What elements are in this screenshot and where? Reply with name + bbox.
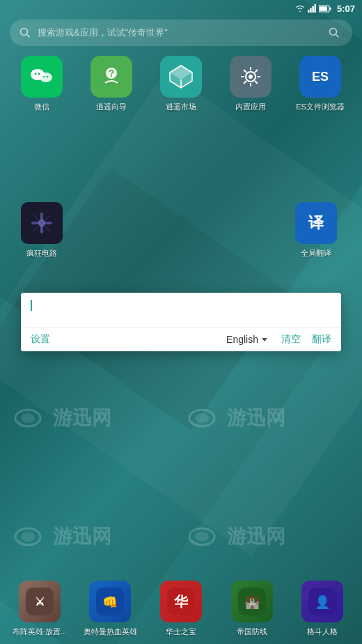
translate-button[interactable]: 翻译 (312, 333, 331, 346)
translate-icon-app: 译 (295, 202, 337, 244)
app-game3[interactable]: 华 华士之宝 (153, 581, 209, 637)
svg-point-21 (35, 73, 37, 75)
search-button[interactable] (324, 23, 344, 43)
svg-point-23 (43, 76, 45, 78)
app-translate[interactable]: 译 全局翻译 (288, 202, 344, 259)
svg-point-17 (330, 29, 337, 36)
app-guide[interactable]: ? 逍遥向导 (84, 56, 139, 112)
svg-line-37 (255, 81, 258, 84)
app-wechat[interactable]: 微信 (14, 56, 70, 112)
wechat-label: 微信 (34, 102, 49, 112)
app-game1[interactable]: ⚔ 布阵英雄·放置... (12, 581, 68, 637)
guide-icon: ? (90, 56, 132, 98)
translate-popup: 设置 English 清空 翻译 (21, 293, 341, 351)
svg-rect-13 (320, 6, 327, 11)
svg-text:🏰: 🏰 (244, 595, 260, 610)
search-icon (18, 26, 32, 40)
signal-icon (308, 4, 316, 13)
status-time: 5:07 (337, 3, 355, 14)
mid-app-row: 疯狂电路 译 全局翻译 (0, 202, 362, 259)
svg-line-18 (336, 35, 339, 38)
language-selector[interactable]: English (226, 334, 267, 345)
translate-toolbar: 设置 English 清空 翻译 (21, 328, 341, 351)
wifi-icon (295, 4, 305, 13)
app-game4[interactable]: 🏰 帝国防线 (224, 581, 280, 637)
svg-rect-10 (312, 6, 314, 13)
builtin-icon (230, 56, 272, 98)
cursor (31, 300, 32, 311)
app-game2[interactable]: 👊 奥特曼热血英雄 (82, 581, 138, 637)
svg-point-1 (21, 413, 35, 423)
svg-point-22 (38, 73, 40, 75)
game4-icon: 🏰 (231, 581, 273, 622)
watermark-2: 游迅网 (188, 404, 285, 432)
svg-line-36 (244, 70, 246, 72)
svg-point-24 (47, 76, 49, 78)
svg-rect-14 (329, 7, 331, 10)
guide-label: 逍遥向导 (96, 102, 127, 112)
svg-text:👤: 👤 (315, 595, 331, 610)
svg-text:译: 译 (308, 214, 324, 231)
svg-point-7 (195, 532, 209, 542)
game4-label: 帝国防线 (237, 627, 267, 637)
svg-line-39 (244, 81, 246, 84)
svg-text:⚔: ⚔ (35, 596, 45, 608)
bottom-app-row: ⚔ 布阵英雄·放置... 👊 奥特曼热血英雄 华 华士之宝 🏰 (0, 581, 362, 637)
game3-icon: 华 (160, 581, 202, 622)
watermark-3: 游迅网 (14, 523, 111, 551)
game5-label: 格斗人格 (307, 627, 338, 637)
svg-rect-8 (308, 10, 310, 13)
clear-button[interactable]: 清空 (281, 333, 301, 346)
search-bar[interactable]: 搜索游戏&应用，试试"传奇世界" (10, 20, 352, 46)
game5-icon: 👤 (301, 581, 343, 622)
svg-rect-11 (314, 4, 316, 13)
svg-text:华: 华 (173, 594, 189, 609)
svg-text:?: ? (109, 68, 115, 79)
app-game5[interactable]: 👤 格斗人格 (294, 581, 350, 637)
svg-line-38 (255, 70, 258, 72)
top-app-row: 微信 ? 逍遥向导 逍遥市场 (0, 56, 362, 112)
game3-label: 华士之宝 (166, 627, 196, 637)
game2-label: 奥特曼热血英雄 (84, 627, 137, 637)
svg-point-20 (40, 72, 52, 82)
svg-point-3 (195, 413, 209, 423)
app-builtin[interactable]: 内置应用 (223, 56, 278, 112)
watermark-1: 游迅网 (14, 404, 111, 432)
svg-rect-9 (310, 8, 312, 13)
translate-app-label: 全局翻译 (301, 248, 331, 259)
wechat-icon (21, 56, 63, 98)
svg-text:👊: 👊 (102, 595, 118, 610)
market-icon (160, 56, 202, 98)
game1-label: 布阵英雄·放置... (13, 627, 67, 637)
app-market[interactable]: 逍遥市场 (153, 56, 209, 112)
status-icons: 5:07 (295, 3, 355, 14)
watermark-4: 游迅网 (188, 523, 285, 551)
svg-point-5 (21, 532, 35, 542)
settings-button[interactable]: 设置 (31, 333, 50, 346)
app-es[interactable]: ES ES文件浏览器 (292, 56, 348, 112)
es-label: ES文件浏览器 (296, 102, 345, 112)
language-dropdown-arrow (262, 338, 267, 342)
svg-point-15 (21, 29, 28, 36)
search-placeholder: 搜索游戏&应用，试试"传奇世界" (38, 26, 324, 39)
app-crazy[interactable]: 疯狂电路 (14, 202, 70, 259)
crazy-label: 疯狂电路 (26, 248, 57, 259)
battery-icon (319, 5, 331, 13)
svg-line-16 (27, 35, 30, 38)
game1-icon: ⚔ (19, 581, 61, 622)
crazy-icon (21, 202, 63, 244)
game2-icon: 👊 (89, 581, 131, 622)
es-icon: ES (299, 56, 341, 98)
builtin-label: 内置应用 (235, 102, 266, 112)
market-label: 逍遥市场 (166, 102, 196, 112)
status-bar: 5:07 (0, 0, 362, 17)
translate-input-area[interactable] (21, 293, 341, 328)
svg-point-31 (249, 75, 253, 79)
